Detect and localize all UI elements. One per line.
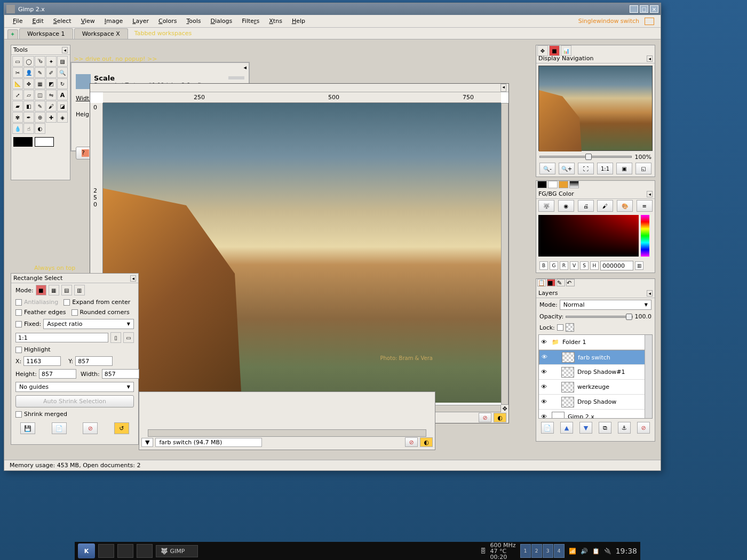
menu-dialogs[interactable]: Dialogs	[206, 16, 237, 26]
toggle-icon-2[interactable]: ◐	[420, 437, 433, 447]
c-h[interactable]: H	[590, 261, 599, 270]
nav-hist-icon[interactable]: 📊	[561, 45, 571, 56]
eye-icon[interactable]: 👁	[541, 398, 549, 406]
ratio-landscape[interactable]: ▭	[123, 332, 134, 343]
color-hue-strip[interactable]	[641, 215, 649, 257]
tool-crop[interactable]: ◩	[46, 78, 57, 89]
singlewindow-label[interactable]: Singlewindow switch	[574, 16, 643, 26]
tool-clone[interactable]: ⊕	[35, 112, 45, 123]
desktop-button[interactable]	[98, 544, 114, 558]
nav-zoom-slider[interactable]	[539, 156, 632, 158]
tool-foreground[interactable]: 👤	[23, 67, 34, 78]
zoom-fit-icon[interactable]: ⛶	[578, 163, 594, 174]
tray-clip-icon[interactable]: 📋	[592, 548, 600, 555]
tool-paintbrush[interactable]: 🖌	[46, 101, 57, 111]
imgwin-dock-icon[interactable]: ◂	[500, 84, 506, 92]
menu-xtns[interactable]: Xtns	[265, 16, 287, 26]
tool-pencil[interactable]: ✎	[35, 101, 45, 111]
menu-select[interactable]: Select	[49, 16, 76, 26]
menu-image[interactable]: Image	[100, 16, 127, 26]
ctab-fg[interactable]	[537, 181, 547, 188]
color-hex-input[interactable]	[600, 261, 633, 270]
tray-net-icon[interactable]: 📶	[569, 548, 576, 555]
toolopt-save-icon[interactable]: 💾	[20, 422, 35, 434]
tool-blend[interactable]: ◧	[23, 101, 34, 111]
mode-subtract[interactable]: ▤	[61, 285, 72, 295]
ctab-bg[interactable]	[548, 181, 558, 188]
ltab-layers[interactable]: 📋	[537, 279, 546, 286]
menu-colors[interactable]: Colors	[154, 16, 181, 26]
layer-item[interactable]: 👁📁Folder 1	[539, 335, 652, 350]
eye-icon[interactable]: 👁	[541, 339, 549, 346]
mode-add[interactable]: ▦	[49, 285, 59, 295]
kmenu-button[interactable]: K	[78, 543, 95, 558]
w-input[interactable]	[102, 369, 139, 379]
layer-anchor-icon[interactable]: ⚓	[618, 422, 631, 434]
color-wheel-icon[interactable]: ◉	[558, 200, 574, 212]
ltab-paths[interactable]: ✎	[557, 279, 565, 286]
c-s[interactable]: S	[580, 261, 589, 270]
mode-intersect[interactable]: ▥	[74, 285, 85, 295]
tool-align[interactable]: ▦	[35, 78, 45, 89]
layer-new-icon[interactable]: 📄	[541, 422, 554, 434]
layer-item[interactable]: 👁werkzeuge	[539, 380, 652, 395]
tool-picker[interactable]: ✐	[46, 67, 57, 78]
ratio-portrait[interactable]: ▯	[110, 332, 121, 343]
fg-color-swatch[interactable]	[13, 137, 33, 147]
horizontal-ruler[interactable]: 250 500 750	[103, 92, 501, 103]
tray-vol-icon[interactable]: 🔊	[581, 548, 588, 555]
canvas[interactable]: Photo: Bram & Vera	[103, 103, 502, 403]
y-input[interactable]	[75, 356, 113, 366]
nav-thumbnail[interactable]	[538, 66, 653, 151]
opacity-slider[interactable]	[566, 316, 632, 318]
autoshrink-button[interactable]: Auto Shrink Selection	[15, 395, 134, 407]
menu-edit[interactable]: Edit	[28, 16, 47, 26]
eye-icon[interactable]: 👁	[541, 413, 549, 419]
zoom-1-icon[interactable]: 1:1	[597, 163, 613, 174]
terminal-button[interactable]	[117, 544, 133, 558]
nav-tab-icon[interactable]: ■	[549, 45, 560, 56]
ratio-input[interactable]	[15, 333, 108, 342]
scale-drag-handle[interactable]	[228, 76, 244, 79]
c-v[interactable]: V	[570, 261, 578, 270]
c-g[interactable]: G	[550, 261, 558, 270]
tool-shear[interactable]: ▱	[23, 90, 34, 100]
pager-4[interactable]: 4	[554, 544, 565, 558]
cancel-icon-2[interactable]: ⊘	[405, 437, 418, 447]
tool-fuzzy-select[interactable]: ✦	[46, 56, 57, 67]
tool-zoom[interactable]: 🔍	[57, 67, 68, 78]
fixed-check[interactable]	[15, 321, 22, 327]
layers-mode-select[interactable]: Normal	[560, 300, 651, 310]
layer-dup-icon[interactable]: ⧉	[599, 422, 611, 434]
tool-scale[interactable]: ⤢	[12, 90, 23, 100]
tool-paths[interactable]: ✎	[35, 67, 45, 78]
layer-delete-icon[interactable]: ⊘	[637, 422, 650, 434]
layer-item[interactable]: 👁farb switch	[539, 350, 652, 365]
tool-airbrush[interactable]: ✾	[12, 112, 23, 123]
toggle-icon[interactable]: ◐	[494, 413, 506, 422]
mode-replace[interactable]: ■	[36, 285, 46, 295]
layer-down-icon[interactable]: ▼	[579, 422, 592, 434]
toolbox-dock-icon[interactable]: ◂	[62, 47, 68, 53]
menu-filters[interactable]: Filters	[237, 16, 264, 26]
color-dock-icon[interactable]: ◂	[647, 191, 653, 197]
tool-ink[interactable]: ✒	[23, 112, 34, 123]
h-input[interactable]	[39, 369, 76, 379]
menu-file[interactable]: File	[9, 16, 27, 26]
singlewindow-icon[interactable]	[645, 18, 654, 25]
menu-tools[interactable]: Tools	[182, 16, 205, 26]
c-r[interactable]: R	[560, 261, 568, 270]
zoom-fill-icon[interactable]: ▣	[616, 163, 632, 174]
menu-view[interactable]: View	[77, 16, 99, 26]
lock-alpha-check[interactable]	[557, 324, 563, 331]
toolopt-restore-icon[interactable]: 📄	[52, 422, 67, 434]
color-print-icon[interactable]: 🖨	[578, 200, 594, 212]
lock-alpha-icon[interactable]	[566, 323, 574, 332]
h-scrollbar-2[interactable]	[148, 429, 426, 437]
tab-workspacex[interactable]: Workspace X	[74, 28, 128, 39]
layers-scrollbar[interactable]	[645, 335, 652, 418]
ctab-4[interactable]	[569, 181, 579, 188]
cancel-icon[interactable]: ⊘	[479, 413, 491, 422]
bg-color-swatch[interactable]	[35, 137, 54, 147]
minimize-button[interactable]: _	[630, 5, 638, 13]
